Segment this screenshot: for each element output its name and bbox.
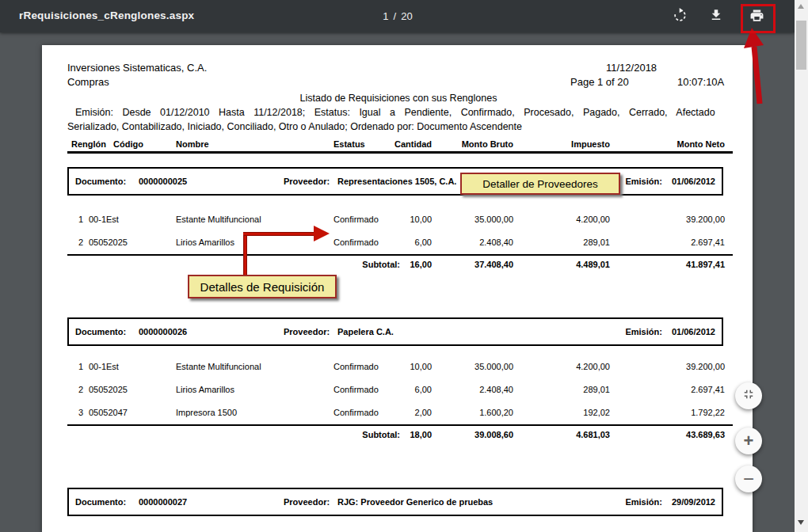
proveedor-label: Proveedor: (284, 489, 330, 515)
minus-icon: − (743, 468, 754, 490)
filter-criteria-line1: Emisión: Desde 01/12/2010 Hasta 11/12/20… (67, 107, 753, 118)
document-number: 0000000025 (139, 169, 187, 194)
emission-group: Emisión: 29/09/2012 (625, 489, 715, 515)
provider-name: Papelera C.A. (337, 319, 394, 344)
emission-date: 01/06/2012 (672, 177, 715, 186)
subtotal-cantidad: 18,00 (400, 429, 432, 440)
col-estatus: Estatus (333, 139, 365, 149)
report-title: Listado de Requisiciones con sus Renglon… (74, 93, 723, 104)
cell-impuesto: 289,01 (513, 384, 610, 395)
provider-name: Representaciones 1505, C.A. (337, 169, 456, 194)
page-total: 20 (401, 10, 412, 22)
company-name: Inversiones Sistematicas, C.A. (67, 62, 207, 74)
col-renglon: Renglón (71, 139, 106, 149)
cell-codigo: 05052025 (83, 237, 172, 248)
scroll-up-icon[interactable] (798, 4, 804, 9)
zoom-out-button[interactable]: − (735, 466, 762, 492)
emission-group: Emisión: 01/06/2012 (625, 169, 715, 194)
detail-callout: Detalles de Requisición (188, 275, 337, 298)
cell-estatus: Confirmado (333, 361, 400, 372)
cell-monto-bruto: 2.408,40 (432, 384, 513, 395)
cell-monto-bruto: 35.000,00 (432, 361, 513, 372)
header-rule (67, 151, 733, 154)
col-monto-bruto: Monto Bruto (462, 139, 513, 149)
plus-icon: + (744, 431, 754, 451)
provider-callout: Detaller de Proveedores (460, 173, 620, 195)
document-header-box: Documento: 0000000027 Proveedor: RJG: Pr… (67, 488, 723, 516)
col-codigo: Código (113, 139, 143, 149)
print-button[interactable] (745, 6, 768, 27)
document-header-box: Documento: 0000000025 Proveedor: Represe… (67, 167, 723, 196)
cell-monto-bruto: 1.600,20 (432, 407, 513, 418)
emision-label: Emisión: (625, 177, 661, 186)
emision-label: Emisión: (625, 327, 661, 336)
cell-monto-neto: 2.697,41 (610, 237, 725, 248)
emission-date: 01/06/2012 (672, 327, 715, 336)
table-row: 1 00-1Est Estante Multifuncional Confirm… (67, 214, 725, 225)
cell-renglon: 1 (67, 214, 83, 225)
subtotal-label: Subtotal: (67, 429, 400, 440)
cell-impuesto: 4.200,00 (513, 361, 610, 372)
subtotal-cantidad: 16,00 (400, 259, 432, 270)
documento-label: Documento: (75, 319, 126, 344)
cell-monto-bruto: 35.000,00 (432, 214, 513, 225)
scroll-down-icon[interactable] (798, 520, 804, 525)
page-indicator[interactable]: 1/20 (342, 10, 453, 22)
cell-nombre: Lirios Amarillos (172, 237, 333, 248)
zoom-in-button[interactable]: + (735, 428, 762, 454)
table-row: 2 05052025 Lirios Amarillos Confirmado 6… (67, 237, 725, 248)
fit-to-page-icon (741, 387, 756, 405)
cell-cantidad: 2,00 (400, 407, 432, 418)
pdf-page: Inversiones Sistematicas, C.A. Compras 1… (42, 45, 753, 532)
cell-monto-neto: 39.200,00 (610, 361, 725, 372)
report-date: 11/12/2018 (606, 62, 657, 74)
cell-estatus: Confirmado (333, 237, 400, 248)
subtotal-label: Subtotal: (67, 259, 400, 270)
scrollbar-track[interactable] (795, 0, 808, 532)
proveedor-label: Proveedor: (284, 169, 330, 194)
subtotal-monto-bruto: 39.008,60 (432, 429, 513, 440)
cell-renglon: 3 (67, 407, 83, 418)
emission-date: 29/09/2012 (672, 497, 715, 507)
cell-codigo: 00-1Est (83, 214, 172, 225)
emision-label: Emisión: (625, 497, 661, 507)
cell-cantidad: 10,00 (400, 361, 432, 372)
proveedor-label: Proveedor: (284, 319, 330, 344)
filter-criteria-line2: Serializado, Contabilizado, Iniciado, Co… (67, 121, 522, 132)
report-page-label: Page 1 of 20 (570, 76, 629, 88)
subtotal-monto-neto: 43.689,63 (610, 429, 725, 440)
rotate-button[interactable] (669, 6, 691, 27)
cell-renglon: 1 (67, 361, 83, 372)
col-cantidad: Cantidad (394, 139, 432, 149)
cell-monto-neto: 1.792,22 (610, 407, 725, 418)
download-button[interactable] (705, 6, 727, 27)
cell-estatus: Confirmado (333, 214, 400, 225)
print-icon (749, 8, 764, 26)
download-icon (709, 8, 723, 25)
page-current[interactable]: 1 (383, 10, 388, 22)
cell-codigo: 00-1Est (83, 361, 172, 372)
subtotal-row: Subtotal: 16,00 37.408,40 4.489,01 41.89… (67, 259, 725, 270)
cell-codigo: 05052047 (83, 407, 172, 418)
documento-label: Documento: (75, 169, 126, 194)
subtotal-rule (67, 254, 733, 256)
cell-renglon: 2 (67, 237, 83, 248)
fit-to-page-button[interactable] (735, 382, 762, 409)
subtotal-rule (67, 424, 733, 426)
col-nombre: Nombre (176, 139, 209, 149)
cell-nombre: Lirios Amarillos (172, 384, 333, 395)
cell-nombre: Estante Multifuncional (172, 361, 333, 372)
cell-estatus: Confirmado (333, 407, 400, 418)
detail-arrow-head (314, 226, 330, 241)
emission-group: Emisión: 01/06/2012 (625, 319, 715, 344)
scrollbar-thumb[interactable] (796, 21, 806, 70)
subtotal-monto-bruto: 37.408,40 (432, 259, 513, 270)
cell-estatus: Confirmado (333, 384, 400, 395)
cell-impuesto: 289,01 (513, 237, 610, 248)
document-number: 0000000026 (139, 319, 187, 344)
documento-label: Documento: (75, 489, 126, 515)
pdf-toolbar: rRequisiciones_cRenglones.aspx 1/20 (0, 0, 795, 32)
subtotal-impuesto: 4.681,03 (513, 429, 610, 440)
cell-impuesto: 4.200,00 (513, 214, 610, 225)
col-monto-neto: Monto Neto (677, 139, 725, 149)
